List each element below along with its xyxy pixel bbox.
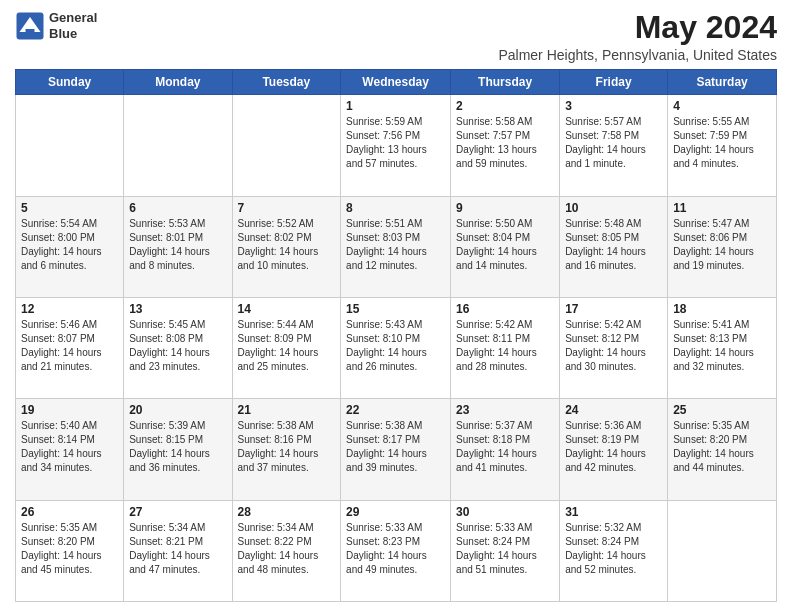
day-info-3-3: Sunrise: 5:38 AM Sunset: 8:17 PM Dayligh… <box>346 419 445 475</box>
cell-0-3: 1Sunrise: 5:59 AM Sunset: 7:56 PM Daylig… <box>341 95 451 196</box>
main-title: May 2024 <box>498 10 777 45</box>
day-number-3-1: 20 <box>129 403 226 417</box>
week-row-1: 5Sunrise: 5:54 AM Sunset: 8:00 PM Daylig… <box>16 196 777 297</box>
subtitle: Palmer Heights, Pennsylvania, United Sta… <box>498 47 777 63</box>
day-number-4-5: 31 <box>565 505 662 519</box>
cell-0-6: 4Sunrise: 5:55 AM Sunset: 7:59 PM Daylig… <box>668 95 777 196</box>
col-tuesday: Tuesday <box>232 70 341 95</box>
cell-3-2: 21Sunrise: 5:38 AM Sunset: 8:16 PM Dayli… <box>232 399 341 500</box>
day-info-1-4: Sunrise: 5:50 AM Sunset: 8:04 PM Dayligh… <box>456 217 554 273</box>
day-info-0-4: Sunrise: 5:58 AM Sunset: 7:57 PM Dayligh… <box>456 115 554 171</box>
day-number-1-6: 11 <box>673 201 771 215</box>
day-number-3-4: 23 <box>456 403 554 417</box>
day-info-1-3: Sunrise: 5:51 AM Sunset: 8:03 PM Dayligh… <box>346 217 445 273</box>
day-number-2-4: 16 <box>456 302 554 316</box>
cell-2-3: 15Sunrise: 5:43 AM Sunset: 8:10 PM Dayli… <box>341 297 451 398</box>
cell-4-6 <box>668 500 777 601</box>
cell-4-5: 31Sunrise: 5:32 AM Sunset: 8:24 PM Dayli… <box>560 500 668 601</box>
week-row-4: 26Sunrise: 5:35 AM Sunset: 8:20 PM Dayli… <box>16 500 777 601</box>
calendar-body: 1Sunrise: 5:59 AM Sunset: 7:56 PM Daylig… <box>16 95 777 602</box>
day-number-4-1: 27 <box>129 505 226 519</box>
day-info-4-1: Sunrise: 5:34 AM Sunset: 8:21 PM Dayligh… <box>129 521 226 577</box>
cell-1-5: 10Sunrise: 5:48 AM Sunset: 8:05 PM Dayli… <box>560 196 668 297</box>
col-friday: Friday <box>560 70 668 95</box>
day-number-3-0: 19 <box>21 403 118 417</box>
cell-2-5: 17Sunrise: 5:42 AM Sunset: 8:12 PM Dayli… <box>560 297 668 398</box>
cell-1-0: 5Sunrise: 5:54 AM Sunset: 8:00 PM Daylig… <box>16 196 124 297</box>
col-wednesday: Wednesday <box>341 70 451 95</box>
header: General Blue May 2024 Palmer Heights, Pe… <box>15 10 777 63</box>
cell-2-0: 12Sunrise: 5:46 AM Sunset: 8:07 PM Dayli… <box>16 297 124 398</box>
day-info-3-6: Sunrise: 5:35 AM Sunset: 8:20 PM Dayligh… <box>673 419 771 475</box>
day-info-2-3: Sunrise: 5:43 AM Sunset: 8:10 PM Dayligh… <box>346 318 445 374</box>
day-info-1-0: Sunrise: 5:54 AM Sunset: 8:00 PM Dayligh… <box>21 217 118 273</box>
cell-4-1: 27Sunrise: 5:34 AM Sunset: 8:21 PM Dayli… <box>124 500 232 601</box>
day-info-2-1: Sunrise: 5:45 AM Sunset: 8:08 PM Dayligh… <box>129 318 226 374</box>
day-number-1-4: 9 <box>456 201 554 215</box>
week-row-0: 1Sunrise: 5:59 AM Sunset: 7:56 PM Daylig… <box>16 95 777 196</box>
day-info-3-4: Sunrise: 5:37 AM Sunset: 8:18 PM Dayligh… <box>456 419 554 475</box>
cell-2-4: 16Sunrise: 5:42 AM Sunset: 8:11 PM Dayli… <box>451 297 560 398</box>
col-monday: Monday <box>124 70 232 95</box>
cell-4-2: 28Sunrise: 5:34 AM Sunset: 8:22 PM Dayli… <box>232 500 341 601</box>
calendar-header: Sunday Monday Tuesday Wednesday Thursday… <box>16 70 777 95</box>
day-number-4-2: 28 <box>238 505 336 519</box>
cell-3-3: 22Sunrise: 5:38 AM Sunset: 8:17 PM Dayli… <box>341 399 451 500</box>
day-info-1-1: Sunrise: 5:53 AM Sunset: 8:01 PM Dayligh… <box>129 217 226 273</box>
cell-4-4: 30Sunrise: 5:33 AM Sunset: 8:24 PM Dayli… <box>451 500 560 601</box>
day-info-4-4: Sunrise: 5:33 AM Sunset: 8:24 PM Dayligh… <box>456 521 554 577</box>
day-number-0-6: 4 <box>673 99 771 113</box>
day-info-2-2: Sunrise: 5:44 AM Sunset: 8:09 PM Dayligh… <box>238 318 336 374</box>
day-number-2-2: 14 <box>238 302 336 316</box>
cell-4-0: 26Sunrise: 5:35 AM Sunset: 8:20 PM Dayli… <box>16 500 124 601</box>
logo-icon <box>15 11 45 41</box>
day-info-3-5: Sunrise: 5:36 AM Sunset: 8:19 PM Dayligh… <box>565 419 662 475</box>
cell-1-3: 8Sunrise: 5:51 AM Sunset: 8:03 PM Daylig… <box>341 196 451 297</box>
day-number-2-6: 18 <box>673 302 771 316</box>
day-info-4-2: Sunrise: 5:34 AM Sunset: 8:22 PM Dayligh… <box>238 521 336 577</box>
day-number-1-3: 8 <box>346 201 445 215</box>
col-saturday: Saturday <box>668 70 777 95</box>
day-number-4-3: 29 <box>346 505 445 519</box>
svg-rect-2 <box>26 29 35 35</box>
day-info-4-3: Sunrise: 5:33 AM Sunset: 8:23 PM Dayligh… <box>346 521 445 577</box>
cell-1-4: 9Sunrise: 5:50 AM Sunset: 8:04 PM Daylig… <box>451 196 560 297</box>
day-number-3-3: 22 <box>346 403 445 417</box>
week-row-3: 19Sunrise: 5:40 AM Sunset: 8:14 PM Dayli… <box>16 399 777 500</box>
cell-2-1: 13Sunrise: 5:45 AM Sunset: 8:08 PM Dayli… <box>124 297 232 398</box>
cell-0-4: 2Sunrise: 5:58 AM Sunset: 7:57 PM Daylig… <box>451 95 560 196</box>
day-number-4-0: 26 <box>21 505 118 519</box>
day-number-1-5: 10 <box>565 201 662 215</box>
day-info-0-3: Sunrise: 5:59 AM Sunset: 7:56 PM Dayligh… <box>346 115 445 171</box>
day-number-2-0: 12 <box>21 302 118 316</box>
day-info-2-5: Sunrise: 5:42 AM Sunset: 8:12 PM Dayligh… <box>565 318 662 374</box>
day-info-0-6: Sunrise: 5:55 AM Sunset: 7:59 PM Dayligh… <box>673 115 771 171</box>
cell-0-0 <box>16 95 124 196</box>
day-info-4-0: Sunrise: 5:35 AM Sunset: 8:20 PM Dayligh… <box>21 521 118 577</box>
logo: General Blue <box>15 10 97 41</box>
cell-4-3: 29Sunrise: 5:33 AM Sunset: 8:23 PM Dayli… <box>341 500 451 601</box>
day-info-3-0: Sunrise: 5:40 AM Sunset: 8:14 PM Dayligh… <box>21 419 118 475</box>
logo-text: General Blue <box>49 10 97 41</box>
cell-1-2: 7Sunrise: 5:52 AM Sunset: 8:02 PM Daylig… <box>232 196 341 297</box>
day-info-1-5: Sunrise: 5:48 AM Sunset: 8:05 PM Dayligh… <box>565 217 662 273</box>
cell-0-1 <box>124 95 232 196</box>
cell-3-0: 19Sunrise: 5:40 AM Sunset: 8:14 PM Dayli… <box>16 399 124 500</box>
week-row-2: 12Sunrise: 5:46 AM Sunset: 8:07 PM Dayli… <box>16 297 777 398</box>
day-info-3-1: Sunrise: 5:39 AM Sunset: 8:15 PM Dayligh… <box>129 419 226 475</box>
calendar-table: Sunday Monday Tuesday Wednesday Thursday… <box>15 69 777 602</box>
day-number-3-2: 21 <box>238 403 336 417</box>
day-info-4-5: Sunrise: 5:32 AM Sunset: 8:24 PM Dayligh… <box>565 521 662 577</box>
day-info-0-5: Sunrise: 5:57 AM Sunset: 7:58 PM Dayligh… <box>565 115 662 171</box>
cell-1-6: 11Sunrise: 5:47 AM Sunset: 8:06 PM Dayli… <box>668 196 777 297</box>
logo-line2: Blue <box>49 26 97 42</box>
day-info-2-0: Sunrise: 5:46 AM Sunset: 8:07 PM Dayligh… <box>21 318 118 374</box>
cell-3-5: 24Sunrise: 5:36 AM Sunset: 8:19 PM Dayli… <box>560 399 668 500</box>
cell-0-2 <box>232 95 341 196</box>
day-number-3-5: 24 <box>565 403 662 417</box>
day-number-1-0: 5 <box>21 201 118 215</box>
cell-3-1: 20Sunrise: 5:39 AM Sunset: 8:15 PM Dayli… <box>124 399 232 500</box>
col-thursday: Thursday <box>451 70 560 95</box>
day-number-2-3: 15 <box>346 302 445 316</box>
cell-1-1: 6Sunrise: 5:53 AM Sunset: 8:01 PM Daylig… <box>124 196 232 297</box>
